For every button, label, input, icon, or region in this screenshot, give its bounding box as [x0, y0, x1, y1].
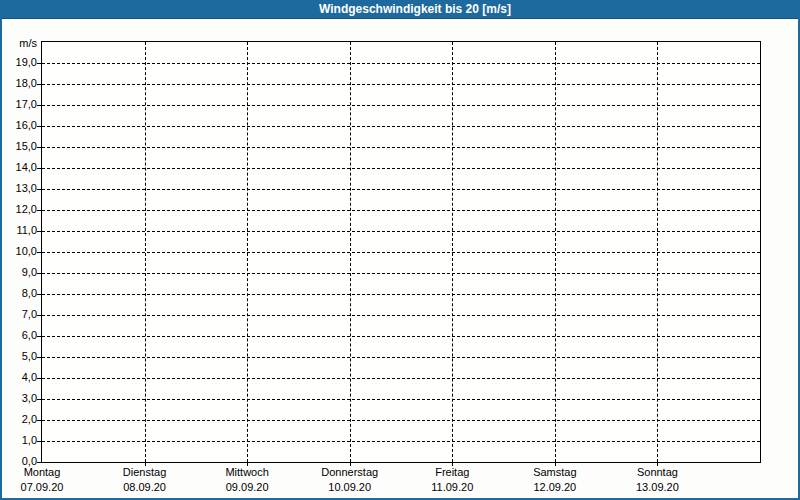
- y-tick: [37, 357, 41, 358]
- y-tick-label: 16,0: [0, 119, 37, 132]
- chart-stage: 0,01,02,03,04,05,06,07,08,09,010,011,012…: [0, 0, 800, 500]
- x-category-label: Dienstag08.09.20: [90, 465, 200, 495]
- y-tick-label: 17,0: [0, 98, 37, 111]
- x-gridline: [350, 42, 351, 462]
- y-tick: [37, 105, 41, 106]
- x-date-label: 08.09.20: [90, 480, 200, 495]
- y-tick: [37, 252, 41, 253]
- y-tick: [37, 126, 41, 127]
- x-date-label: 10.09.20: [295, 480, 405, 495]
- y-tick-label: 5,0: [0, 350, 37, 363]
- y-tick: [37, 336, 41, 337]
- plot-area: [41, 41, 761, 463]
- x-gridline: [247, 42, 248, 462]
- x-category-label: Sonntag13.09.20: [602, 465, 712, 495]
- y-tick-label: 10,0: [0, 245, 37, 258]
- y-tick: [37, 189, 41, 190]
- y-tick: [37, 315, 41, 316]
- y-tick: [37, 441, 41, 442]
- x-day-label: Donnerstag: [295, 465, 405, 480]
- y-gridline: [42, 378, 760, 379]
- y-axis-unit-label: m/s: [0, 37, 37, 50]
- x-category-label: Donnerstag10.09.20: [295, 465, 405, 495]
- y-gridline: [42, 336, 760, 337]
- y-tick: [37, 420, 41, 421]
- y-tick-label: 4,0: [0, 371, 37, 384]
- x-date-label: 09.09.20: [192, 480, 302, 495]
- x-day-label: Dienstag: [90, 465, 200, 480]
- y-gridline: [42, 252, 760, 253]
- y-tick: [37, 462, 41, 463]
- y-gridline: [42, 210, 760, 211]
- chart-title: Windgeschwindigkeit bis 20 [m/s]: [0, 0, 800, 19]
- y-gridline: [42, 441, 760, 442]
- x-date-label: 11.09.20: [397, 480, 507, 495]
- y-gridline: [42, 147, 760, 148]
- x-day-label: Sonntag: [602, 465, 712, 480]
- x-gridline: [555, 42, 556, 462]
- x-category-label: Freitag11.09.20: [397, 465, 507, 495]
- y-tick: [37, 294, 41, 295]
- y-gridline: [42, 126, 760, 127]
- y-tick: [37, 210, 41, 211]
- x-gridline: [145, 42, 146, 462]
- y-tick: [37, 63, 41, 64]
- y-tick-label: 18,0: [0, 77, 37, 90]
- y-gridline: [42, 294, 760, 295]
- y-tick-label: 7,0: [0, 308, 37, 321]
- y-tick-label: 1,0: [0, 434, 37, 447]
- y-tick-label: 11,0: [0, 224, 37, 237]
- chart-page: { "title_bar": { "title": "Windgeschwind…: [0, 0, 800, 500]
- x-category-label: Montag07.09.20: [0, 465, 97, 495]
- x-gridline: [452, 42, 453, 462]
- x-gridline: [657, 42, 658, 462]
- y-tick: [37, 378, 41, 379]
- x-day-label: Samstag: [500, 465, 610, 480]
- x-day-label: Montag: [0, 465, 97, 480]
- y-tick: [37, 168, 41, 169]
- y-tick-label: 6,0: [0, 329, 37, 342]
- x-day-label: Freitag: [397, 465, 507, 480]
- y-tick: [37, 231, 41, 232]
- y-gridline: [42, 105, 760, 106]
- x-date-label: 12.09.20: [500, 480, 610, 495]
- y-tick-label: 14,0: [0, 161, 37, 174]
- y-tick-label: 19,0: [0, 56, 37, 69]
- x-category-label: Mittwoch09.09.20: [192, 465, 302, 495]
- y-tick: [37, 84, 41, 85]
- y-tick-label: 15,0: [0, 140, 37, 153]
- y-gridline: [42, 84, 760, 85]
- y-gridline: [42, 315, 760, 316]
- y-tick: [37, 147, 41, 148]
- y-tick-label: 12,0: [0, 203, 37, 216]
- y-gridline: [42, 189, 760, 190]
- x-day-label: Mittwoch: [192, 465, 302, 480]
- x-date-label: 07.09.20: [0, 480, 97, 495]
- x-date-label: 13.09.20: [602, 480, 712, 495]
- y-tick-label: 2,0: [0, 413, 37, 426]
- x-category-label: Samstag12.09.20: [500, 465, 610, 495]
- y-gridline: [42, 168, 760, 169]
- y-tick: [37, 273, 41, 274]
- y-gridline: [42, 273, 760, 274]
- y-gridline: [42, 63, 760, 64]
- y-tick-label: 13,0: [0, 182, 37, 195]
- y-gridline: [42, 231, 760, 232]
- y-tick: [37, 399, 41, 400]
- y-gridline: [42, 420, 760, 421]
- y-gridline: [42, 399, 760, 400]
- y-gridline: [42, 357, 760, 358]
- y-tick-label: 9,0: [0, 266, 37, 279]
- y-tick-label: 8,0: [0, 287, 37, 300]
- y-tick-label: 3,0: [0, 392, 37, 405]
